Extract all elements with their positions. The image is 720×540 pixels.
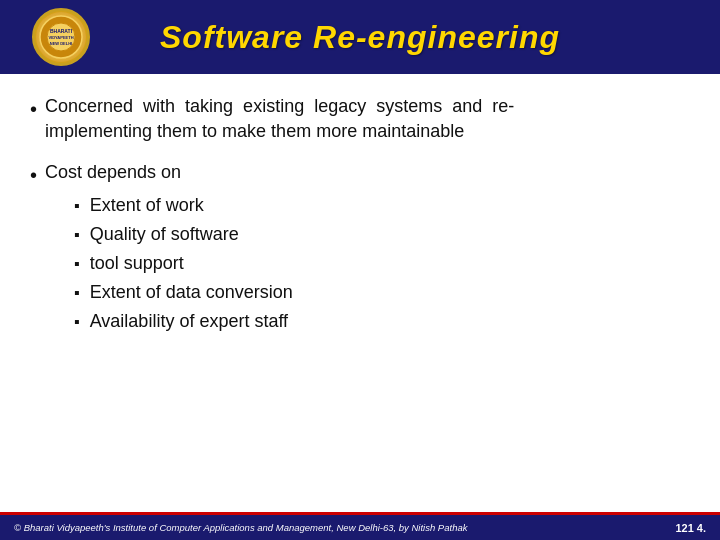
sub-bullet-text-2: Quality of software <box>90 224 239 245</box>
bullet-dot-1: • <box>30 95 37 123</box>
sub-bullets-list: ▪ Extent of work ▪ Quality of software ▪… <box>74 195 690 332</box>
svg-text:NEW DELHI: NEW DELHI <box>50 41 72 46</box>
bullet-dot-2: • <box>30 161 37 189</box>
svg-text:BHARATI: BHARATI <box>50 28 73 34</box>
content-area: • Concerned with taking existing legacy … <box>0 74 720 512</box>
list-item: ▪ Quality of software <box>74 224 690 245</box>
list-item: ▪ Extent of data conversion <box>74 282 690 303</box>
bullet-1: • Concerned with taking existing legacy … <box>30 94 690 144</box>
footer-text: © Bharati Vidyapeeth's Institute of Comp… <box>14 522 467 533</box>
slide: BHARATI VIDYAPEETH NEW DELHI Software Re… <box>0 0 720 540</box>
list-item: ▪ Extent of work <box>74 195 690 216</box>
logo-inner: BHARATI VIDYAPEETH NEW DELHI <box>36 12 86 62</box>
sub-bullet-square-4: ▪ <box>74 284 80 302</box>
header: BHARATI VIDYAPEETH NEW DELHI Software Re… <box>0 0 720 74</box>
sub-bullet-square-1: ▪ <box>74 197 80 215</box>
sub-bullet-text-5: Availability of expert staff <box>90 311 288 332</box>
footer: © Bharati Vidyapeeth's Institute of Comp… <box>0 512 720 540</box>
svg-text:VIDYAPEETH: VIDYAPEETH <box>48 35 73 40</box>
sub-bullet-square-5: ▪ <box>74 313 80 331</box>
footer-page: 121 4. <box>675 522 706 534</box>
bullet-text-1: Concerned with taking existing legacy sy… <box>45 94 514 144</box>
sub-bullet-text-3: tool support <box>90 253 184 274</box>
list-item: ▪ Availability of expert staff <box>74 311 690 332</box>
sub-bullet-square-2: ▪ <box>74 226 80 244</box>
bullet-2: • Cost depends on <box>30 160 690 189</box>
logo-circle: BHARATI VIDYAPEETH NEW DELHI <box>32 8 90 66</box>
page-title: Software Re-engineering <box>106 19 704 56</box>
bullet-text-2: Cost depends on <box>45 160 181 185</box>
sub-bullet-text-1: Extent of work <box>90 195 204 216</box>
logo-area: BHARATI VIDYAPEETH NEW DELHI <box>16 8 106 66</box>
sub-bullet-square-3: ▪ <box>74 255 80 273</box>
sub-bullet-text-4: Extent of data conversion <box>90 282 293 303</box>
list-item: ▪ tool support <box>74 253 690 274</box>
